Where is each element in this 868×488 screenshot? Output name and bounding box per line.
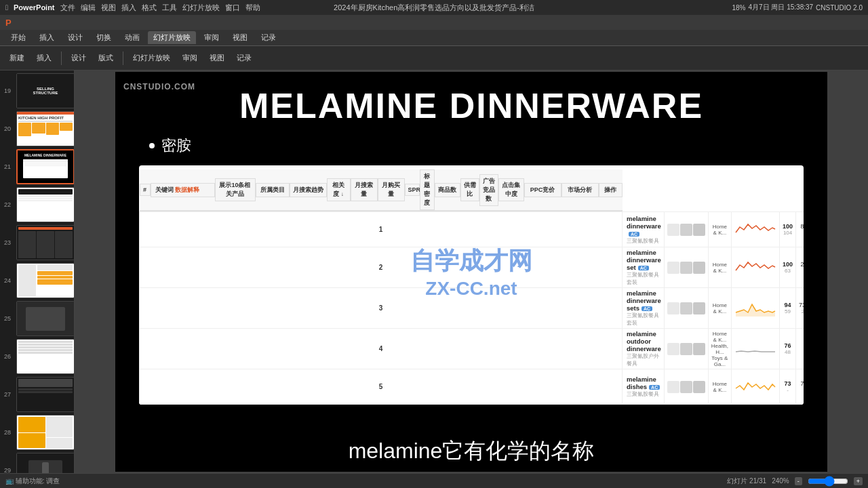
slide-thumb-container-24: 24 xyxy=(16,263,71,298)
slide-num-26: 26 xyxy=(4,353,11,360)
table-wrapper: # 关键词 数据解释 展示10条相关产品 所属类目 月搜索趋势 相关度 ↓ 月搜… xyxy=(139,165,804,405)
tab-design[interactable]: 设计 xyxy=(62,31,88,44)
table-row-1: 1 melamine dinnerwareAC 三聚氰胺餐具 Home & K.… xyxy=(140,212,804,247)
slide-thumb-27[interactable] xyxy=(16,377,75,412)
cell-num-2: 2 xyxy=(140,247,623,288)
slide-thumb-29[interactable] xyxy=(16,453,75,473)
p27-l2 xyxy=(18,391,73,393)
th-keyword[interactable]: 关键词 数据解释 xyxy=(151,183,215,197)
menu-help[interactable]: 帮助 xyxy=(245,3,260,13)
tab-transitions[interactable]: 切换 xyxy=(91,31,117,44)
slide-thumb-21[interactable]: MELAMINE DINNERWARE xyxy=(16,149,75,184)
slide-num-24: 24 xyxy=(4,277,11,284)
menu-tools[interactable]: 工具 xyxy=(162,3,177,13)
subtitle-bar: melamine它有化学的名称 xyxy=(115,431,827,472)
toolbar-btn-record2[interactable]: 记录 xyxy=(233,52,256,64)
slide-thumb-container-20: 20 KITCHEN HIGH PROFIT xyxy=(16,111,71,146)
toolbar-btn-slideshow2[interactable]: 幻灯片放映 xyxy=(129,52,174,64)
apple-icon[interactable]:  xyxy=(5,3,8,12)
toolbar-divider-1 xyxy=(61,52,62,65)
slide-thumb-container-19: 19 SELLINGSTRUCTURE xyxy=(16,73,71,108)
toolbar-btn-new[interactable]: 新建 xyxy=(5,52,28,64)
menu-view[interactable]: 视图 xyxy=(101,3,116,13)
slides-panel: 19 SELLINGSTRUCTURE 20 KITCHEN HIGH PROF… xyxy=(0,70,75,473)
col-b-bar3 xyxy=(37,279,73,285)
tab-view[interactable]: 视图 xyxy=(227,31,253,44)
slide-thumb-20[interactable]: KITCHEN HIGH PROFIT xyxy=(16,111,75,146)
slide-preview-23-title xyxy=(18,227,73,230)
data-table: # 关键词 数据解释 展示10条相关产品 所属类目 月搜索趋势 相关度 ↓ 月搜… xyxy=(139,169,804,405)
slide-thumb-25[interactable] xyxy=(16,301,75,336)
slide-thumb-23[interactable] xyxy=(16,225,75,260)
cell-search-1: 8,335 278 xyxy=(796,212,804,247)
p26-l4 xyxy=(18,349,73,351)
tab-insert[interactable]: 插入 xyxy=(34,31,60,44)
table-header-row: # 关键词 数据解释 展示10条相关产品 所属类目 月搜索趋势 相关度 ↓ 月搜… xyxy=(140,169,623,211)
cell-search-2: 2,969 - xyxy=(796,247,804,288)
slide-thumb-26[interactable] xyxy=(16,339,75,374)
slide-preview-25 xyxy=(17,302,74,336)
bullet-dot xyxy=(149,143,155,148)
tab-slideshow[interactable]: 幻灯片放映 xyxy=(148,31,196,44)
status-bar-right: 幻灯片 21/31 240% - + xyxy=(727,476,863,487)
slide-preview-22 xyxy=(17,188,74,222)
slide-thumb-24[interactable] xyxy=(16,263,75,298)
slide-preview-22-r3 xyxy=(18,200,73,201)
zoom-btn[interactable]: - xyxy=(795,477,802,485)
slide-title-area: MELAMINE DINNERWARE xyxy=(115,72,827,133)
th-products-count: 商品数 xyxy=(435,183,460,197)
toolbar-btn-view2[interactable]: 视图 xyxy=(205,52,229,64)
cell-trend-3 xyxy=(732,288,780,329)
tab-home[interactable]: 开始 xyxy=(5,31,31,44)
zoom-slider[interactable] xyxy=(808,476,848,487)
menu-edit[interactable]: 编辑 xyxy=(81,3,96,13)
tab-review[interactable]: 审阅 xyxy=(199,31,224,44)
p28-c1r2 xyxy=(18,433,45,449)
cell-search-5: 7,729 - xyxy=(796,369,804,405)
zoom-in-btn[interactable]: + xyxy=(854,477,863,485)
toolbar-btn-insert[interactable]: 插入 xyxy=(33,52,56,64)
slide-preview-23-grid xyxy=(18,231,73,258)
tab-animations[interactable]: 动画 xyxy=(119,31,145,44)
table-body: 1 melamine dinnerwareAC 三聚氰胺餐具 Home & K.… xyxy=(140,212,804,405)
menu-window[interactable]: 窗口 xyxy=(225,3,240,13)
table-row-4: 4 melamine outdoor dinnerware 三聚氰胺户外餐具 H… xyxy=(140,329,804,369)
col2 xyxy=(32,123,45,134)
slide-preview-19: SELLINGSTRUCTURE xyxy=(17,74,74,108)
cell-search-3: 73,971 2,466 xyxy=(796,288,804,329)
slide-num-23: 23 xyxy=(4,239,11,246)
ppt-canvas: CNSTUDIO.COM MELAMINE DINNERWARE 密胺 xyxy=(75,70,868,473)
slide-preview-29 xyxy=(17,453,74,473)
status-zoom: 240% xyxy=(772,477,789,485)
slide-preview-21-row3 xyxy=(24,165,66,166)
p26-l5 xyxy=(18,352,73,354)
slide-preview-20: KITCHEN HIGH PROFIT xyxy=(17,112,74,146)
slide-thumb-22[interactable] xyxy=(16,187,75,222)
slide-preview-22-r2 xyxy=(18,198,73,199)
slide-preview-21-table xyxy=(23,159,68,178)
mac-os-bar:  PowerPoint 文件 编辑 视图 插入 格式 工具 幻灯片放映 窗口 … xyxy=(0,0,868,15)
status-mode: 📺 辅助功能: 调查 xyxy=(5,476,60,486)
toolbar-btn-design[interactable]: 设计 xyxy=(67,52,90,64)
logo-overlay: CNSTUDIO.COM xyxy=(123,80,195,92)
th-ppc: PPC竞价 xyxy=(524,183,561,197)
ppt-toolbar: 新建 插入 设计 版式 幻灯片放映 审阅 视图 记录 xyxy=(0,46,868,70)
menu-slideshow[interactable]: 幻灯片放映 xyxy=(182,3,220,13)
menu-format[interactable]: 格式 xyxy=(142,3,157,13)
menu-file[interactable]: 文件 xyxy=(60,3,75,13)
th-category: 所属类目 xyxy=(256,183,290,197)
col3 xyxy=(46,123,59,135)
menu-insert[interactable]: 插入 xyxy=(121,3,136,13)
tab-record[interactable]: 记录 xyxy=(256,31,281,44)
slide-thumb-28[interactable] xyxy=(16,415,75,450)
toolbar-btn-review2[interactable]: 审阅 xyxy=(178,52,201,64)
slide-thumb-19[interactable]: SELLINGSTRUCTURE xyxy=(16,73,75,108)
th-relevance[interactable]: 相关度 ↓ xyxy=(327,178,351,201)
slide-thumb-container-21: 21 MELAMINE DINNERWARE xyxy=(16,149,71,184)
slide-preview-21: MELAMINE DINNERWARE xyxy=(18,150,73,183)
toolbar-btn-layout[interactable]: 版式 xyxy=(94,52,117,64)
p28-grid xyxy=(18,417,73,448)
cell-category-1: Home & K... xyxy=(708,212,731,247)
cell-search-4: - - xyxy=(796,329,804,369)
status-bar: 📺 辅助功能: 调查 幻灯片 21/31 240% - + xyxy=(0,473,868,488)
